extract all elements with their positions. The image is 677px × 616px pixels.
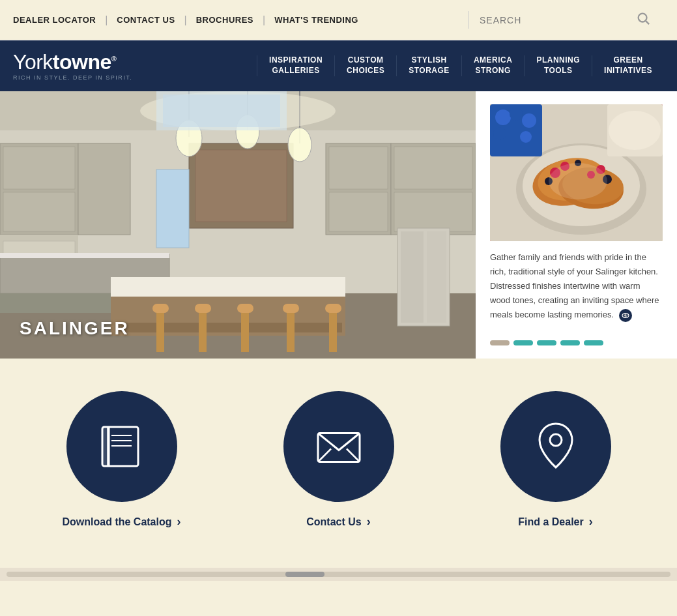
svg-rect-48 xyxy=(163,95,280,127)
hero-sidebar: Gather family and friends with pride in … xyxy=(476,91,677,359)
food-svg xyxy=(490,104,663,241)
svg-point-73 xyxy=(624,314,626,316)
svg-rect-44 xyxy=(427,231,446,323)
logo-tagline: RICH IN STYLE. DEEP IN SPIRIT. xyxy=(13,74,143,81)
svg-point-70 xyxy=(609,111,661,150)
svg-line-1 xyxy=(646,21,649,24)
catalog-label-text: Download the Catalog xyxy=(63,516,172,528)
svg-rect-45 xyxy=(156,169,189,248)
dealer-chevron: › xyxy=(589,515,593,529)
svg-rect-13 xyxy=(195,150,287,222)
hero-label: SALINGER xyxy=(20,318,130,339)
svg-point-67 xyxy=(493,127,506,140)
svg-rect-39 xyxy=(283,304,299,313)
contact-label-text: Contact Us xyxy=(306,516,361,528)
logo-text: Yorktowne® xyxy=(13,51,143,72)
main-nav-items: INSPIRATIONGALLERIES CUSTOMCHOICES STYLI… xyxy=(169,55,664,76)
svg-rect-16 xyxy=(329,192,388,231)
svg-point-65 xyxy=(510,108,523,121)
nav-brochures[interactable]: BROCHURES xyxy=(187,15,263,25)
svg-rect-23 xyxy=(111,277,345,297)
svg-point-31 xyxy=(288,128,311,162)
dot-2[interactable] xyxy=(513,340,533,345)
bottom-section: Download the Catalog › Contact Us › xyxy=(0,359,677,568)
svg-rect-33 xyxy=(152,304,169,313)
nav-planning-tools[interactable]: PLANNINGTOOLS xyxy=(525,55,592,76)
svg-rect-36 xyxy=(241,313,249,352)
nav-america-strong[interactable]: AMERICASTRONG xyxy=(462,55,525,76)
svg-rect-6 xyxy=(3,147,75,189)
nav-green-initiatives[interactable]: GREENINITIATIVES xyxy=(592,55,664,76)
contact-chevron: › xyxy=(367,515,371,529)
nav-custom-choices[interactable]: CUSTOMCHOICES xyxy=(335,55,397,76)
search-input[interactable] xyxy=(480,15,636,25)
scroll-area xyxy=(0,568,677,581)
contact-label: Contact Us › xyxy=(306,515,370,529)
svg-point-66 xyxy=(522,113,536,128)
top-bar: DEALER LOCATOR | CONTACT US | BROCHURES … xyxy=(0,0,677,40)
bottom-item-contact[interactable]: Contact Us › xyxy=(248,391,430,529)
logo-area: Yorktowne® RICH IN STYLE. DEEP IN SPIRIT… xyxy=(13,51,143,81)
hero-description: Gather family and friends with pride in … xyxy=(490,250,663,331)
svg-rect-43 xyxy=(401,231,424,323)
eye-svg xyxy=(622,313,629,318)
view-more-icon[interactable] xyxy=(619,309,632,322)
search-icon xyxy=(636,11,650,25)
svg-rect-37 xyxy=(237,304,253,313)
nav-stylish-storage[interactable]: STYLISHSTORAGE xyxy=(397,55,462,76)
svg-rect-25 xyxy=(121,323,342,332)
svg-rect-15 xyxy=(329,147,388,189)
svg-rect-7 xyxy=(3,192,75,231)
scroll-track xyxy=(7,572,670,577)
bottom-item-dealer[interactable]: Find a Dealer › xyxy=(465,391,647,529)
dot-1[interactable] xyxy=(490,340,510,345)
location-icon xyxy=(533,420,579,473)
top-nav: DEALER LOCATOR | CONTACT US | BROCHURES … xyxy=(13,15,468,25)
search-button[interactable] xyxy=(636,11,650,29)
svg-rect-38 xyxy=(287,313,295,352)
svg-point-71 xyxy=(549,163,607,199)
svg-line-81 xyxy=(347,449,360,462)
slide-dots xyxy=(490,340,663,345)
svg-rect-32 xyxy=(156,313,164,352)
contact-circle xyxy=(283,391,394,502)
dealer-label-text: Find a Dealer xyxy=(518,516,583,528)
scroll-thumb[interactable] xyxy=(285,572,324,577)
book-icon xyxy=(96,424,148,469)
dot-5[interactable] xyxy=(584,340,603,345)
svg-rect-34 xyxy=(199,313,207,352)
svg-rect-40 xyxy=(329,313,337,352)
svg-point-82 xyxy=(550,434,562,446)
nav-inspiration-galleries[interactable]: INSPIRATIONGALLERIES xyxy=(257,55,335,76)
hero-image-container: SALINGER xyxy=(0,91,476,359)
svg-point-0 xyxy=(639,14,647,22)
main-nav: Yorktowne® RICH IN STYLE. DEEP IN SPIRIT… xyxy=(0,40,677,91)
svg-rect-18 xyxy=(394,147,472,189)
catalog-chevron: › xyxy=(177,515,181,529)
svg-point-64 xyxy=(495,110,511,125)
bottom-item-catalog[interactable]: Download the Catalog › xyxy=(31,391,213,529)
dot-3[interactable] xyxy=(537,340,556,345)
svg-rect-41 xyxy=(325,304,341,313)
catalog-label: Download the Catalog › xyxy=(63,515,181,529)
hero-food-image xyxy=(490,104,663,241)
svg-point-72 xyxy=(622,313,629,317)
nav-dealer-locator[interactable]: DEALER LOCATOR xyxy=(13,15,105,25)
catalog-circle xyxy=(66,391,177,502)
hero-section: SALINGER xyxy=(0,91,677,359)
svg-rect-11 xyxy=(78,143,130,235)
svg-rect-19 xyxy=(394,192,472,231)
svg-rect-22 xyxy=(0,253,169,258)
svg-line-80 xyxy=(318,449,331,462)
svg-point-68 xyxy=(520,131,532,143)
dot-4[interactable] xyxy=(560,340,580,345)
dealer-circle xyxy=(500,391,611,502)
nav-whats-trending[interactable]: WHAT'S TRENDING xyxy=(265,15,367,25)
nav-contact-us[interactable]: CONTACT US xyxy=(108,15,184,25)
envelope-icon xyxy=(313,424,365,469)
search-bar xyxy=(468,11,664,29)
dealer-label: Find a Dealer › xyxy=(518,515,592,529)
svg-rect-35 xyxy=(195,304,211,313)
